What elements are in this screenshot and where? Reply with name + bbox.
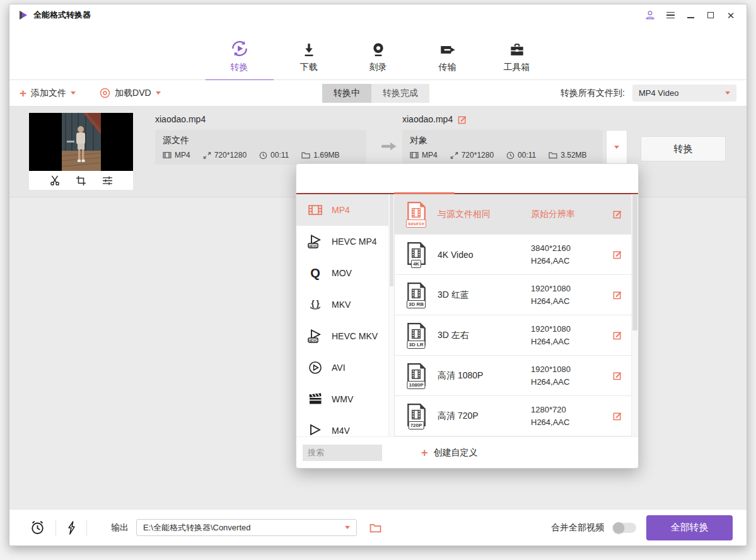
account-icon[interactable] — [643, 9, 657, 21]
format-popup-tab-device[interactable] — [553, 164, 639, 193]
nav-tab-convert[interactable]: 转换 — [219, 38, 260, 73]
chevron-down-icon — [345, 526, 350, 529]
video-thumbnail-image — [62, 113, 101, 171]
plus-icon: + — [20, 88, 26, 98]
output-format-select[interactable]: MP4 Video — [632, 85, 736, 102]
chevron-down-icon[interactable] — [71, 91, 76, 95]
expand-icon — [203, 151, 211, 160]
divider — [55, 520, 56, 536]
maximize-button[interactable] — [704, 9, 718, 21]
preset-row[interactable]: 1080P 高清 1080P 1920*1080 H264,AAC — [395, 356, 631, 396]
preset-edit-icon[interactable] — [613, 330, 622, 340]
preset-row[interactable]: 3D LR 3D 左右 1920*1080 H264,AAC — [395, 315, 631, 356]
preset-file-icon: 720P — [405, 403, 427, 429]
create-custom-button[interactable]: + 创建自定义 — [421, 447, 478, 458]
convert-all-to-label: 转换所有文件到: — [561, 88, 625, 99]
crop-icon[interactable] — [76, 175, 86, 186]
format-list-scrollbar[interactable] — [388, 194, 394, 436]
dvd-icon — [100, 88, 110, 98]
merge-all-toggle[interactable] — [613, 523, 636, 533]
format-item-avi[interactable]: AVI — [296, 352, 394, 383]
preset-edit-icon[interactable] — [613, 411, 622, 421]
preset-edit-icon[interactable] — [613, 290, 622, 300]
format-popup-tab-recent[interactable] — [296, 164, 382, 193]
preset-file-icon: 3D RB — [405, 282, 427, 308]
schedule-icon[interactable] — [30, 520, 45, 535]
preset-row[interactable]: source 与源文件相同 原始分辨率 — [395, 194, 631, 235]
nav-tab-toolbox[interactable]: 工具箱 — [497, 38, 537, 73]
preset-specs: 1280*720 H264,AAC — [531, 405, 613, 427]
format-item-mov[interactable]: Q MOV — [296, 257, 394, 289]
bottombar: 输出 E:\全能格式转换器\Converted 合并全部视频 全部转换 — [9, 509, 747, 545]
trim-icon[interactable] — [49, 175, 61, 186]
search-input[interactable] — [303, 445, 382, 461]
film-icon — [410, 151, 419, 160]
app-window: 全能格式转换器 ✕ 转换 下载 刻录 传输 工具箱 + 添加文件 — [9, 4, 747, 546]
format-popup-tab-video[interactable] — [382, 164, 468, 193]
preset-row[interactable]: 3D RB 3D 红蓝 1920*1080 H264,AAC — [395, 275, 631, 315]
source-format: MP4 — [163, 151, 190, 160]
source-file-name: xiaodao.mp4 — [155, 114, 206, 124]
plus-icon: + — [421, 448, 428, 457]
chevron-down-icon[interactable] — [156, 91, 161, 95]
preset-edit-icon[interactable] — [613, 371, 622, 380]
preset-row[interactable]: 4K 4K Video 3840*2160 H264,AAC — [395, 235, 631, 275]
add-files-button[interactable]: + 添加文件 — [20, 88, 76, 99]
format-item-mkv[interactable]: { } MKV — [296, 289, 394, 320]
nav-burn — [370, 38, 387, 58]
svg-text:HEVC: HEVC — [308, 339, 318, 342]
fmt-play-circle — [308, 360, 323, 375]
format-panel: MP4 HEVC HEVC MP4 Q MOV { } MKV HEVC HEV… — [296, 194, 395, 436]
target-format-dropdown-button[interactable] — [606, 130, 627, 165]
format-item-wmv[interactable]: WMV — [296, 383, 394, 415]
preset-specs: 1920*1080 H264,AAC — [531, 365, 613, 387]
svg-text:{ }: { } — [311, 299, 320, 308]
preset-file-icon: 3D LR — [405, 322, 427, 349]
preset-specs: 3840*2160 H264,AAC — [531, 243, 613, 265]
format-list: MP4 HEVC HEVC MP4 Q MOV { } MKV HEVC HEV… — [296, 194, 394, 436]
effects-icon[interactable] — [102, 175, 113, 186]
nav-tab-burn[interactable]: 刻录 — [358, 38, 398, 73]
queue-tabs: 转换中 转换完成 — [322, 84, 429, 103]
preset-panel: source 与源文件相同 原始分辨率 4K 4K Video 3840*216… — [395, 194, 638, 436]
app-logo-icon — [18, 10, 28, 20]
preset-edit-icon[interactable] — [613, 209, 622, 219]
nav-tab-download[interactable]: 下载 — [289, 38, 329, 73]
close-button[interactable]: ✕ — [724, 9, 738, 21]
nav-download — [301, 38, 317, 58]
folder-icon — [301, 151, 310, 159]
fmt-quicktime: Q — [308, 265, 323, 281]
nav-tab-transfer[interactable]: 传输 — [427, 38, 468, 73]
fmt-mkv: { } — [308, 297, 323, 312]
source-size: 1.69MB — [301, 151, 339, 160]
format-item-mp4[interactable]: MP4 — [296, 194, 394, 226]
fmt-hevc: HEVC — [308, 234, 323, 249]
preset-file-icon: 4K — [405, 242, 427, 268]
format-item-m4v[interactable]: M4V — [296, 415, 394, 436]
load-dvd-button[interactable]: 加载DVD — [100, 88, 161, 99]
tab-converting[interactable]: 转换中 — [322, 84, 371, 103]
format-item-hevc-mkv[interactable]: HEVC HEVC MKV — [296, 320, 394, 352]
app-title: 全能格式转换器 — [33, 9, 91, 21]
folder-icon — [549, 151, 557, 159]
convert-button[interactable]: 转换 — [641, 136, 726, 161]
main-nav: 转换 下载 刻录 传输 工具箱 — [9, 26, 747, 80]
open-folder-icon[interactable] — [369, 523, 381, 533]
minimize-button[interactable] — [683, 9, 697, 21]
high-speed-icon[interactable] — [66, 521, 76, 535]
source-resolution: 720*1280 — [203, 151, 247, 160]
preset-row[interactable]: 720P 高清 720P 1280*720 H264,AAC — [395, 396, 631, 436]
rename-edit-icon[interactable] — [458, 115, 467, 124]
target-box-title: 对象 — [410, 135, 595, 146]
convert-all-button[interactable]: 全部转换 — [646, 515, 733, 540]
menu-icon[interactable] — [663, 9, 677, 21]
toolbar: + 添加文件 加载DVD 转换中 转换完成 转换所有文件到: MP4 Video — [9, 80, 747, 107]
format-item-hevc-mp4[interactable]: HEVC HEVC MP4 — [296, 226, 394, 257]
preset-list-scrollbar[interactable] — [631, 194, 638, 436]
tab-converted[interactable]: 转换完成 — [371, 84, 429, 103]
output-path-select[interactable]: E:\全能格式转换器\Converted — [136, 519, 357, 536]
preset-file-icon: source — [405, 201, 427, 228]
format-popup-tab-audio[interactable] — [467, 164, 553, 193]
chevron-down-icon — [725, 91, 730, 95]
preset-edit-icon[interactable] — [613, 250, 622, 259]
